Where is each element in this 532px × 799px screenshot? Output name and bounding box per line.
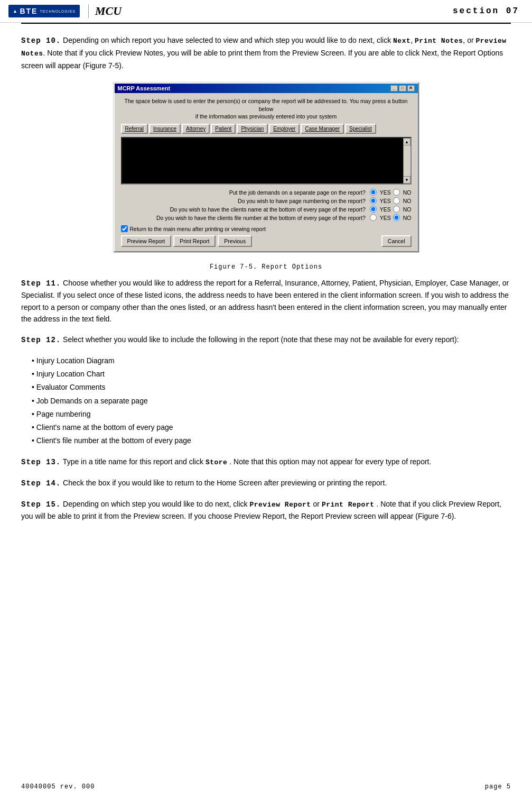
preview-report-button[interactable]: Preview Report xyxy=(121,235,172,247)
main-content: Step 10. Depending on which report you h… xyxy=(0,24,532,563)
step13-store: Store xyxy=(206,458,228,466)
print-report-button[interactable]: Print Report xyxy=(173,235,216,247)
option-row-3: Do you wish to have the clients name at … xyxy=(121,206,412,213)
step12-paragraph: Step 12. Select whether you would like t… xyxy=(21,334,511,346)
step10-next: Next xyxy=(393,37,410,45)
step10-text1: Depending on which report you have selec… xyxy=(63,36,393,44)
page-footer: 40040005 rev. 000 page 5 xyxy=(21,783,511,791)
step10-rest: . Note that if you click Preview Notes, … xyxy=(21,49,503,70)
addr-btn-patient[interactable]: Patient xyxy=(211,124,236,134)
option2-no-label: NO xyxy=(403,198,412,204)
option1-no-label: NO xyxy=(403,189,412,196)
step10-comma2: , or xyxy=(463,36,475,44)
step14-paragraph: Step 14. Check the box if you would like… xyxy=(21,477,511,489)
instruction-line1: The space below is used to enter the per… xyxy=(121,97,412,113)
return-checkbox-row[interactable]: Return to the main menu after printing o… xyxy=(121,225,412,232)
option2-yes-label: YES xyxy=(380,198,391,204)
step15-print-report: Print Report xyxy=(322,501,375,509)
option2-label: Do you wish to have page numbering on th… xyxy=(121,198,370,204)
option1-yes-radio[interactable] xyxy=(370,189,377,196)
list-item: Client's name at the bottom of every pag… xyxy=(32,421,511,434)
option1-radio-group[interactable]: YES NO xyxy=(370,189,412,196)
dialog-btn-group-left[interactable]: Preview Report Print Report Previous xyxy=(121,235,253,247)
list-item: Evaluator Comments xyxy=(32,381,511,394)
mcrp-dialog: MCRP Assessment _ □ ✕ The space below is… xyxy=(114,82,419,252)
logos-container: ▲ BTE TECHNOLOGIES MCU xyxy=(8,4,122,18)
doc-number: 40040005 rev. 000 xyxy=(21,783,95,791)
step10-comma1: , xyxy=(410,36,415,44)
close-button[interactable]: ✕ xyxy=(407,85,415,91)
addr-btn-physician[interactable]: Physician xyxy=(237,124,268,134)
dialog-titlebar: MCRP Assessment _ □ ✕ xyxy=(115,84,418,93)
list-item: Injury Location Chart xyxy=(32,368,511,381)
return-checkbox-label: Return to the main menu after printing o… xyxy=(130,226,266,232)
dialog-body: The space below is used to enter the per… xyxy=(115,93,418,251)
option2-no-radio[interactable] xyxy=(393,197,400,204)
option2-radio-group[interactable]: YES NO xyxy=(370,197,412,204)
step13-label: Step 13. xyxy=(21,458,61,466)
addr-btn-employer[interactable]: Employer xyxy=(269,124,300,134)
step15-label: Step 15. xyxy=(21,500,61,509)
dialog-title: MCRP Assessment xyxy=(118,85,171,91)
address-text-area[interactable]: ▲ ▼ xyxy=(121,137,412,185)
option1-label: Put the job demands on a separate page o… xyxy=(121,189,370,196)
option3-no-label: NO xyxy=(403,206,412,213)
cancel-button[interactable]: Cancel xyxy=(381,235,412,247)
scrollbar-up[interactable]: ▲ xyxy=(403,138,410,145)
option4-no-radio[interactable] xyxy=(393,214,400,221)
step11-label: Step 11. xyxy=(21,279,61,288)
option2-yes-radio[interactable] xyxy=(370,197,377,204)
technologies-text: TECHNOLOGIES xyxy=(40,10,76,13)
option-row-4: Do you wish to have the clients file num… xyxy=(121,214,412,221)
step13-paragraph: Step 13. Type in a title name for this r… xyxy=(21,456,511,469)
step15-text: Depending on which step you would like t… xyxy=(63,500,249,508)
option3-no-radio[interactable] xyxy=(393,206,400,213)
addr-btn-referral[interactable]: Referral xyxy=(121,124,148,134)
step14-label: Step 14. xyxy=(21,479,61,488)
option4-no-label: NO xyxy=(403,215,412,221)
address-buttons-row[interactable]: ReferralInsuranceAttorneyPatientPhysicia… xyxy=(121,124,412,134)
option1-yes-label: YES xyxy=(380,189,391,196)
option4-radio-group[interactable]: YES NO xyxy=(370,214,412,221)
dialog-buttons-row[interactable]: Preview Report Print Report Previous Can… xyxy=(121,235,412,247)
maximize-button[interactable]: □ xyxy=(399,85,406,91)
step10-paragraph: Step 10. Depending on which report you h… xyxy=(21,34,511,71)
options-section: Put the job demands on a separate page o… xyxy=(121,189,412,221)
titlebar-buttons[interactable]: _ □ ✕ xyxy=(390,85,415,91)
page-number: page 5 xyxy=(485,783,511,791)
option3-label: Do you wish to have the clients name at … xyxy=(121,206,370,213)
list-item: Page numbering xyxy=(32,408,511,421)
option3-radio-group[interactable]: YES NO xyxy=(370,206,412,213)
step12-text: Select whether you would like to include… xyxy=(63,335,459,344)
instruction-line2: if the information was previously entere… xyxy=(121,113,412,121)
option4-yes-label: YES xyxy=(380,215,391,221)
figure-caption: Figure 7-5. Report Options xyxy=(21,263,511,271)
step11-paragraph: Step 11. Choose whether you would like t… xyxy=(21,277,511,325)
addr-btn-case-manager[interactable]: Case Manager xyxy=(301,124,344,134)
step13-rest: . Note that this option may not appear f… xyxy=(229,457,431,466)
page-header: ▲ BTE TECHNOLOGIES MCU section 07 xyxy=(0,0,532,23)
minimize-button[interactable]: _ xyxy=(390,85,398,91)
bte-text: BTE xyxy=(20,7,38,15)
step10-label: Step 10. xyxy=(21,36,61,45)
step15-or: or xyxy=(313,500,322,508)
option4-yes-radio[interactable] xyxy=(370,214,377,221)
option3-yes-radio[interactable] xyxy=(370,206,377,213)
step13-text: Type in a title name for this report and… xyxy=(63,457,206,466)
option1-no-radio[interactable] xyxy=(393,189,400,196)
step14-text: Check the box if you would like to retur… xyxy=(63,479,387,487)
option3-yes-label: YES xyxy=(380,206,391,213)
previous-button[interactable]: Previous xyxy=(218,235,252,247)
figure-7-5-container: MCRP Assessment _ □ ✕ The space below is… xyxy=(113,82,419,253)
text-area-scrollbar[interactable]: ▲ ▼ xyxy=(403,138,410,183)
list-item: Injury Location Diagram xyxy=(32,354,511,368)
addr-btn-specialist[interactable]: Specialist xyxy=(345,124,376,134)
list-item: Client's file number at the bottom of ev… xyxy=(32,434,511,447)
bte-logo: ▲ BTE TECHNOLOGIES xyxy=(8,5,80,17)
option4-label: Do you wish to have the clients file num… xyxy=(121,215,370,221)
scrollbar-down[interactable]: ▼ xyxy=(403,176,410,183)
return-checkbox[interactable] xyxy=(121,225,128,232)
addr-btn-insurance[interactable]: Insurance xyxy=(149,124,181,134)
addr-btn-attorney[interactable]: Attorney xyxy=(182,124,210,134)
step12-label: Step 12. xyxy=(21,336,61,344)
